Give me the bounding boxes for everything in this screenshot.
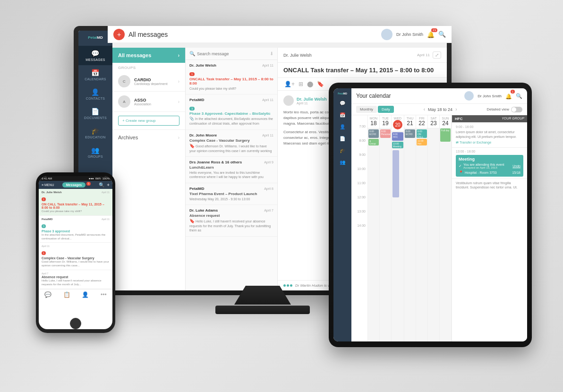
tablet-sidebar: PetalMD 💬 📅 👤 📄 🎓 👥: [333, 88, 351, 341]
sidebar-item-calendars[interactable]: 📅 Calendars: [78, 65, 112, 85]
day-fri: FRI 22 6:00 ON CALL 11:00 Hot dinner: [416, 115, 428, 341]
day-sun: SUN 24 Full day: [440, 115, 452, 341]
monitor-header: + All messages Dr John Smith 🔔 23 🔍: [112, 31, 447, 43]
undo-button[interactable]: Undo: [512, 164, 520, 168]
phone-nav-bar: ≡ MENU Messages 5 🔍 +: [39, 181, 112, 189]
tablet-nav-contacts[interactable]: 👤: [333, 122, 351, 131]
day-tue: TUE 19 8:00 Personal: [380, 115, 392, 341]
bookmark-icon[interactable]: 🔖: [316, 80, 325, 88]
phone-status-bar: 9:41 AM ●●● WiFi 100%: [39, 176, 112, 181]
sidebar-item-education[interactable]: 🎓 Education: [78, 123, 112, 143]
sidebar-item-messages[interactable]: 💬 Messages: [78, 46, 112, 65]
chevron-icon-2: ›: [178, 99, 179, 104]
tablet-search-icon[interactable]: 🔍: [516, 93, 522, 99]
phone-add-icon[interactable]: +: [107, 182, 110, 187]
education-icon: 🎓: [91, 127, 99, 135]
calendar-right-panel: HFC YOUR GROUP 9:00 - 16:00 Lorem ipsum …: [452, 115, 527, 341]
message-subject-0: ONCALL Task transfer – May 11, 2015 – 8:…: [189, 77, 273, 85]
notification-bell[interactable]: 🔔 23: [427, 31, 435, 39]
next-week-button[interactable]: ›: [455, 107, 457, 112]
calendar-days: MON 18 8:00 ECHO ● Group 1: [368, 115, 452, 341]
phone-search-icon[interactable]: 🔍: [99, 182, 104, 187]
event-echo-mon[interactable]: 8:00 ECHO: [368, 129, 379, 138]
phone-messages-tab[interactable]: Messages: [62, 182, 85, 187]
message-item-3[interactable]: Drs Joanne Ross & 16 others April 9 Lunc…: [186, 157, 277, 183]
filter-icon[interactable]: ⬇: [270, 51, 273, 56]
phone-messages-list: Dr. Julie Welsh April 11 1 ON CALL Task …: [39, 189, 112, 289]
cardio-avatar: C: [118, 75, 130, 87]
search-input[interactable]: [197, 51, 268, 56]
cardio-info: CARDIO Cardiology department: [134, 77, 178, 85]
message-search-bar: 🔍 ⬇: [186, 48, 277, 60]
phone-msg-3[interactable]: April 7 Absence request Hello Luke, I st…: [39, 270, 112, 289]
event-meeting-wed[interactable]: 13:00 Meeting: [392, 142, 403, 148]
event-hotdinner-fri[interactable]: 11:00 Hot dinner: [417, 139, 427, 145]
expand-icon[interactable]: ⤢: [433, 51, 441, 59]
forward-icon[interactable]: ⊞: [298, 80, 304, 88]
phone-home-button[interactable]: [70, 318, 81, 329]
day-sat: SAT 23: [428, 115, 440, 341]
group-item-asso[interactable]: A ASSO Association ›: [112, 92, 185, 112]
monthly-tab[interactable]: Monthly: [356, 106, 377, 113]
search-icon[interactable]: 🔍: [438, 31, 446, 38]
messages-list: 🔍 ⬇ Dr. Julie Welsh April 11 1 ONCALL Ta…: [186, 48, 278, 290]
phone-bottom-more-icon[interactable]: •••: [101, 291, 107, 298]
tablet-nav-groups[interactable]: 👥: [333, 158, 351, 167]
message-subject-2: Complex Case - Vascular Surgery: [189, 138, 273, 143]
detail-header: Dr. Julie Welsh April 11 ⤢: [278, 48, 447, 63]
message-preview-2: 🔖 Good afternoon Dr. Williams. I would l…: [189, 144, 273, 153]
prev-week-button[interactable]: ‹: [424, 107, 425, 112]
tablet-nav-education[interactable]: 🎓: [333, 146, 351, 155]
tablet-nav-calendars[interactable]: 📅: [333, 111, 351, 119]
tablet-nav-documents[interactable]: 📄: [333, 134, 351, 143]
event-personal-tue[interactable]: 8:00 Personal: [380, 129, 391, 138]
event-fullday-sun[interactable]: Full day: [440, 128, 451, 142]
detail-view-switch[interactable]: [511, 107, 522, 112]
sidebar-item-groups[interactable]: 👥 Groups: [78, 143, 112, 162]
phone-msg-2[interactable]: April 11 1 Complex Case - Vascular Surge…: [39, 243, 112, 270]
tablet-title: Your calendar: [356, 93, 391, 99]
phone: 9:41 AM ●●● WiFi 100% ≡ MENU Messages 5: [36, 172, 115, 333]
event-echo-thu[interactable]: 8:00 ECHO: [405, 129, 415, 138]
message-preview-0: Could you please take my shift?: [189, 86, 273, 91]
calendar-grid: 7:00 8:00 9:00 10:00 11:00 12:00 13:00 1…: [351, 115, 527, 341]
tablet-notification[interactable]: 🔔 1: [505, 92, 512, 100]
message-preview-4: Wednesday May 20, 2015 - 9:30 to 13:00: [189, 197, 273, 201]
add-button[interactable]: +: [113, 31, 125, 40]
message-item-4[interactable]: PetalMD April 8 Tixel Pharma Event – Pro…: [186, 183, 277, 205]
asso-info: ASSO Association: [134, 98, 178, 106]
sender-avatar: [283, 95, 294, 106]
archives-chevron: ›: [178, 135, 179, 140]
daily-tab[interactable]: Daily: [378, 106, 394, 113]
new-group-button[interactable]: + Create new group: [118, 116, 179, 126]
message-preview-5: 🔖 Hello Luke, I still haven't received y…: [189, 219, 273, 233]
tablet-nav-messages[interactable]: 💬: [333, 99, 351, 108]
sidebar-item-documents[interactable]: 📄 Documents: [78, 104, 112, 123]
message-item-5[interactable]: Dr. Luke Adams April 7 Absence request 🔖…: [186, 205, 277, 237]
event-group-mon[interactable]: ● Group 1: [368, 139, 379, 145]
user-avatar: [381, 31, 392, 40]
phone-msg-0[interactable]: Dr. Julie Welsh April 11 1 ON CALL Task …: [39, 189, 112, 216]
message-preview-3: Hello everyone, You are invited to this …: [189, 170, 273, 179]
phone-bottom-calendar-icon[interactable]: 📋: [63, 291, 70, 298]
sidebar-item-contacts[interactable]: 👤 Contacts: [78, 85, 112, 104]
event-oncall-fri[interactable]: 6:00 ON CALL: [417, 129, 427, 138]
phone-bottom-messages-icon[interactable]: 💬: [44, 291, 51, 298]
typing-dot-1: [283, 284, 286, 287]
message-item-1[interactable]: PetalMD April 11 3 Phase 3 Approved- Cap…: [186, 94, 277, 129]
message-item-0[interactable]: Dr. Julie Welsh April 11 1 ONCALL Task t…: [186, 60, 277, 94]
phone-menu-button[interactable]: ≡ MENU: [42, 183, 54, 187]
phone-msg-1[interactable]: PetalMD April 11 3 Phase 3 approved In t…: [39, 216, 112, 243]
archives-item[interactable]: Archives ›: [112, 129, 185, 145]
phone-bottom-contacts-icon[interactable]: 👤: [82, 291, 89, 298]
groups-section-label: GROUPS: [112, 63, 185, 71]
time-column: 7:00 8:00 9:00 10:00 11:00 12:00 13:00 1…: [351, 115, 368, 341]
day-mon: MON 18 8:00 ECHO ● Group 1: [368, 115, 380, 341]
event-hfc-wed[interactable]: 9:00 HFC: [392, 132, 403, 141]
reply-icon[interactable]: 👤+: [283, 80, 296, 88]
transfer-link[interactable]: ⇄ Transfer or Exchange: [456, 141, 523, 145]
group-item-cardio[interactable]: C CARDIO Cardiology department ›: [112, 71, 185, 92]
checkmark-icon: ✓: [459, 164, 462, 168]
archive-icon[interactable]: ⬤: [306, 80, 314, 88]
message-item-2[interactable]: Dr. John Moore April 11 Complex Case - V…: [186, 130, 277, 157]
